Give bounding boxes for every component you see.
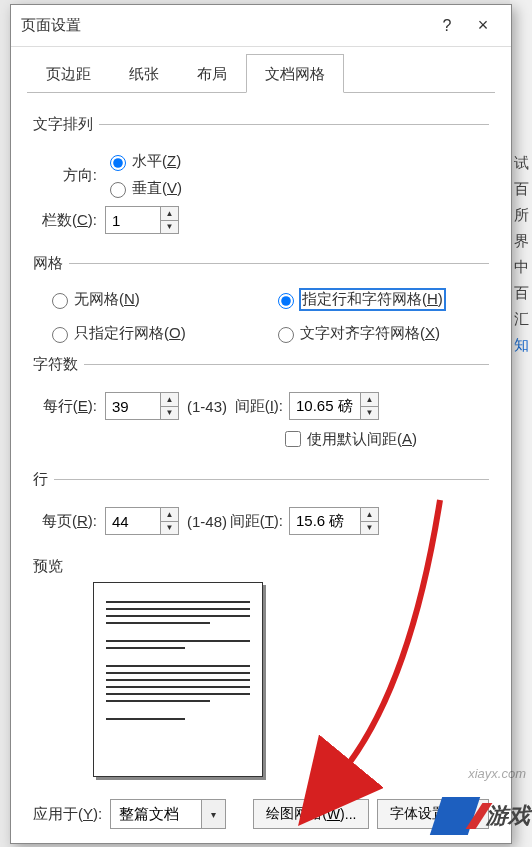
grid-lines-chars-radio[interactable]: 指定行和字符网格(H) [273,289,489,310]
columns-down[interactable]: ▼ [161,221,178,234]
per-line-spinner[interactable]: ▲▼ [105,392,179,420]
direction-vertical-radio[interactable]: 垂直(V) [105,179,182,198]
per-page-spinner[interactable]: ▲▼ [105,507,179,535]
grid-legend: 网格 [33,254,69,273]
line-spacing-spinner[interactable]: ▲▼ [289,507,379,535]
grid-none-radio[interactable]: 无网格(N) [47,289,263,310]
text-arrange-legend: 文字排列 [33,115,99,134]
direction-vertical-label: 垂直(V) [132,179,182,198]
grid-lines-chars-label: 指定行和字符网格(H) [300,289,445,310]
help-button[interactable]: ? [429,11,465,41]
line-spacing-input[interactable] [290,508,360,534]
apply-to-dropdown[interactable]: ▾ [201,800,225,828]
columns-label: 栏数(C): [33,211,105,230]
grid-align-chars-label: 文字对齐字符网格(X) [300,324,440,343]
close-button[interactable]: × [465,11,501,41]
chars-legend: 字符数 [33,355,84,374]
char-spacing-up[interactable]: ▲ [361,393,378,407]
char-spacing-label: 间距(I): [227,397,289,416]
per-page-input[interactable] [106,508,160,534]
per-page-range: (1-48) [187,513,227,530]
line-spacing-label: 间距(T): [227,512,289,531]
grid-align-chars-input[interactable] [278,327,294,343]
char-spacing-down[interactable]: ▼ [361,407,378,420]
lines-legend: 行 [33,470,54,489]
grid-none-label: 无网格(N) [74,290,140,309]
per-line-down[interactable]: ▼ [161,407,178,420]
direction-horizontal-label: 水平(Z) [132,152,181,171]
per-page-label: 每页(R): [33,512,105,531]
line-spacing-up[interactable]: ▲ [361,508,378,522]
grid-none-input[interactable] [52,293,68,309]
watermark: xiayx.com [468,766,526,781]
per-line-input[interactable] [106,393,160,419]
direction-horizontal-input[interactable] [110,155,126,171]
per-line-range: (1-43) [187,398,227,415]
grid-lines-only-label: 只指定行网格(O) [74,324,186,343]
page-setup-dialog: 页面设置 ? × 页边距 纸张 布局 文档网格 文字排列 方向: 水平(Z) 垂 [10,4,512,844]
tab-content: 文字排列 方向: 水平(Z) 垂直(V) 栏数(C): [11,93,511,847]
grid-lines-only-input[interactable] [52,327,68,343]
site-logo: 游戏 [436,797,530,835]
default-spacing-input[interactable] [285,431,301,447]
tab-margins[interactable]: 页边距 [27,54,110,93]
logo-icon [430,797,480,835]
direction-vertical-input[interactable] [110,182,126,198]
direction-label: 方向: [33,166,105,185]
grid-lines-chars-input[interactable] [278,293,294,309]
line-spacing-down[interactable]: ▼ [361,522,378,535]
dialog-title: 页面设置 [21,16,429,35]
columns-spinner[interactable]: ▲▼ [105,206,179,234]
char-spacing-spinner[interactable]: ▲▼ [289,392,379,420]
tabs: 页边距 纸张 布局 文档网格 [11,47,511,92]
chars-group: 字符数 每行(E): ▲▼ (1-43) 间距(I): ▲▼ 使用默认间距(A) [33,355,489,458]
direction-horizontal-radio[interactable]: 水平(Z) [105,152,182,171]
grid-align-chars-radio[interactable]: 文字对齐字符网格(X) [273,324,489,343]
per-line-up[interactable]: ▲ [161,393,178,407]
logo-text: 游戏 [486,801,530,831]
text-arrange-group: 文字排列 方向: 水平(Z) 垂直(V) 栏数(C): [33,115,489,242]
apply-to-select[interactable]: ▾ [110,799,226,829]
preview-legend: 预览 [33,557,489,576]
char-spacing-input[interactable] [290,393,360,419]
grid-lines-only-radio[interactable]: 只指定行网格(O) [47,324,263,343]
background-right-strip: 试百所 界中百汇 知 [510,0,532,847]
columns-input[interactable] [106,207,160,233]
columns-up[interactable]: ▲ [161,207,178,221]
default-spacing-label: 使用默认间距(A) [307,430,417,449]
tab-document-grid[interactable]: 文档网格 [246,54,344,93]
apply-to-label: 应用于(Y): [33,805,102,824]
per-page-up[interactable]: ▲ [161,508,178,522]
tab-layout[interactable]: 布局 [178,54,246,93]
grid-group: 网格 无网格(N) 指定行和字符网格(H) 只指定行网格(O) 文字对齐字符网格… [33,254,489,343]
default-spacing-checkbox[interactable]: 使用默认间距(A) [281,428,417,450]
per-page-down[interactable]: ▼ [161,522,178,535]
tab-paper[interactable]: 纸张 [110,54,178,93]
apply-to-input[interactable] [111,800,201,828]
preview-page [93,582,263,777]
drawing-grid-button[interactable]: 绘图网格(W)... [253,799,369,829]
titlebar: 页面设置 ? × [11,5,511,47]
per-line-label: 每行(E): [33,397,105,416]
lines-group: 行 每页(R): ▲▼ (1-48) 间距(T): ▲▼ [33,470,489,543]
